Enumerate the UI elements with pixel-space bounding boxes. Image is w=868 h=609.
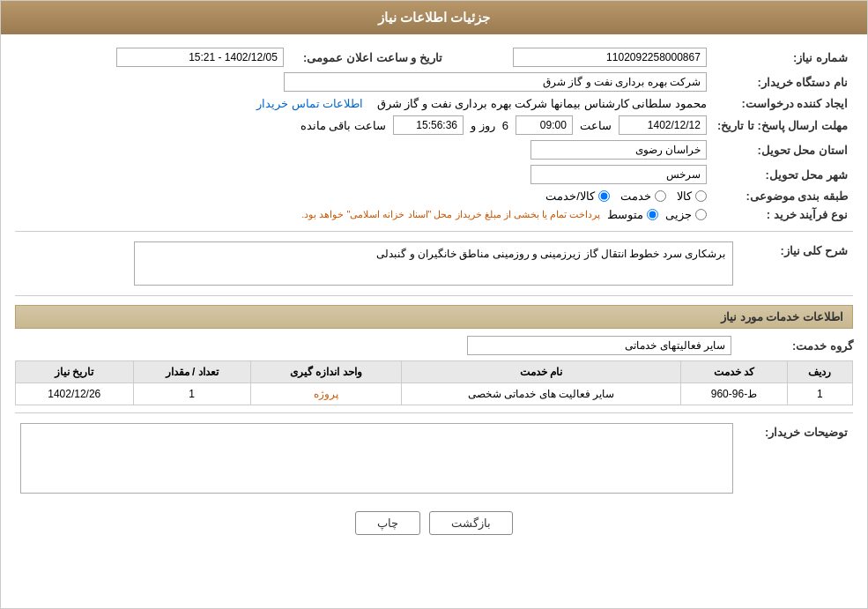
contact-link[interactable]: اطلاعات تماس خریدار (256, 97, 363, 110)
radio-jozi[interactable]: جزیی (665, 208, 707, 221)
buyer-desc-textarea[interactable] (20, 423, 733, 494)
announcement-input[interactable] (116, 48, 284, 67)
back-button[interactable]: بازگشت (429, 511, 513, 535)
deadline-remaining-input[interactable] (393, 115, 464, 135)
button-row: بازگشت چاپ (15, 511, 853, 535)
buyer-desc-label: توضیحات خریدار: (738, 420, 853, 499)
request-number-input[interactable] (513, 48, 707, 67)
city-input[interactable] (530, 165, 707, 184)
cell-date: 1402/12/26 (16, 383, 134, 405)
purchase-type-label: نوع فرآیند خرید : (712, 205, 853, 224)
deadline-time-label: ساعت (580, 119, 612, 132)
col-header-date: تاریخ نیاز (16, 361, 134, 383)
announcement-label: تاریخ و ساعت اعلان عمومی: (289, 45, 448, 70)
services-title: اطلاعات خدمات مورد نیاز (15, 305, 853, 329)
deadline-time-input[interactable] (516, 115, 573, 135)
request-number-label: شماره نیاز: (712, 45, 853, 70)
print-button[interactable]: چاپ (355, 511, 420, 535)
city-label: شهر محل تحویل: (712, 162, 853, 187)
page-title: جزئیات اطلاعات نیاز (378, 10, 490, 25)
buyer-name-label: نام دستگاه خریدار: (712, 70, 853, 94)
cell-service-name: سایر فعالیت های خدماتی شخصی (401, 383, 681, 405)
province-input[interactable] (530, 140, 707, 160)
creator-label: ایجاد کننده درخواست: (712, 94, 853, 113)
deadline-remaining-label: ساعت باقی مانده (300, 119, 386, 132)
category-label: طبقه بندی موضوعی: (712, 187, 853, 205)
deadline-day-label: روز و (471, 119, 495, 132)
cell-quantity: 1 (133, 383, 250, 405)
services-table: ردیف کد خدمت نام خدمت واحد اندازه گیری ت… (15, 360, 853, 405)
col-header-qty: تعداد / مقدار (133, 361, 250, 383)
radio-khadamat[interactable]: خدمت (620, 189, 666, 203)
services-section: اطلاعات خدمات مورد نیاز گروه خدمت: ردیف … (15, 305, 853, 405)
group-value-input[interactable] (467, 336, 731, 355)
info-table: شماره نیاز: تاریخ و ساعت اعلان عمومی: نا… (15, 45, 853, 224)
deadline-date-input[interactable] (619, 115, 707, 135)
col-header-row: ردیف (787, 361, 852, 383)
group-label: گروه خدمت: (738, 339, 853, 353)
province-label: استان محل تحویل: (712, 137, 853, 162)
description-table: شرح کلی نیاز: برشکاری سرد خطوط انتقال گا… (15, 239, 853, 288)
radio-kala[interactable]: کالا (677, 189, 707, 203)
creator-value: محمود سلطانی کارشناس بیمانها شرکت بهره ب… (377, 97, 707, 110)
col-header-code: کد خدمت (681, 361, 787, 383)
col-header-name: نام خدمت (401, 361, 681, 383)
radio-kala-khadamat[interactable]: کالا/خدمت (545, 189, 610, 203)
cell-service-code: ط-96-960 (681, 383, 787, 405)
deadline-label: مهلت ارسال پاسخ: تا تاریخ: (712, 113, 853, 137)
radio-motavasset[interactable]: متوسط (607, 208, 658, 221)
description-value: برشکاری سرد خطوط انتقال گاز زیرزمینی و ر… (134, 241, 733, 286)
purchase-type-note: پرداخت تمام یا بخشی از مبلغ خریداز محل "… (301, 209, 600, 220)
deadline-days-value: 6 (502, 119, 508, 132)
cell-unit: پروژه (250, 383, 401, 405)
cell-row-num: 1 (787, 383, 852, 405)
col-header-unit: واحد اندازه گیری (250, 361, 401, 383)
description-label: شرح کلی نیاز: (738, 239, 853, 288)
buyer-desc-table: توضیحات خریدار: (15, 420, 853, 499)
table-row: 1 ط-96-960 سایر فعالیت های خدماتی شخصی پ… (16, 383, 853, 405)
buyer-name-input[interactable] (284, 72, 707, 92)
page-header: جزئیات اطلاعات نیاز (1, 1, 867, 34)
